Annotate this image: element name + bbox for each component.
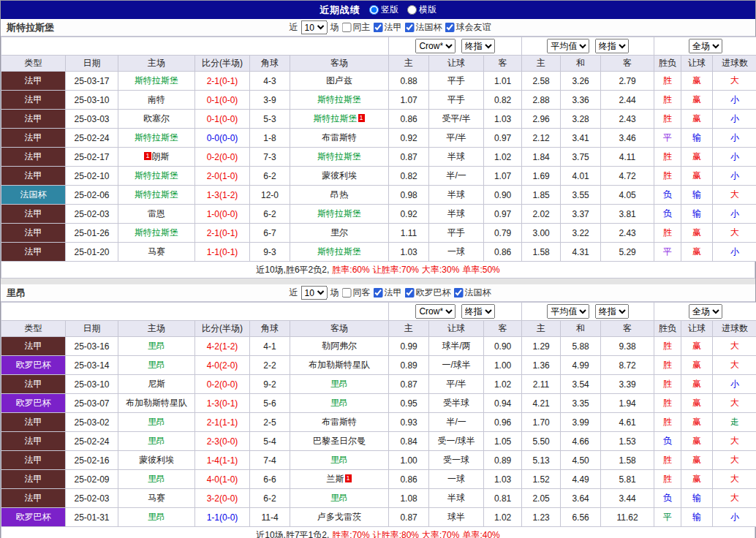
average-odds-select[interactable]: 平均值 [547, 304, 589, 319]
coupe-checkbox[interactable] [454, 288, 464, 298]
recent-count-select[interactable]: 10 [301, 286, 328, 300]
eu-draw-odds: 5.88 [561, 337, 601, 356]
eu-home-odds: 5.50 [522, 432, 561, 451]
friendly-checkbox[interactable] [445, 23, 455, 32]
ah-home-odds: 0.92 [389, 129, 429, 148]
ah-home-odds: 0.95 [389, 394, 429, 413]
ligue1-checkbox[interactable] [374, 288, 383, 298]
filter-ligue1[interactable]: 法甲 [374, 21, 402, 34]
filter-friendly[interactable]: 球会友谊 [445, 21, 491, 34]
match-row: 法甲25-01-26斯特拉斯堡2-1(0-1)6-7里尔1.11平手0.793.… [1, 224, 756, 243]
ah-odds-group: Crow* 终指 [389, 37, 522, 56]
match-date: 25-03-02 [66, 413, 118, 432]
vertical-layout-radio[interactable] [369, 5, 379, 15]
filter-same-home[interactable]: 同主 [342, 21, 371, 34]
dropdown-row: Crow* 终指 平均值 终指 全场 [1, 303, 756, 321]
ah-home-odds: 0.86 [389, 110, 429, 129]
match-row: 欧罗巴杯25-01-31里昂1-1(0-0)11-4卢多戈雷茨0.87球半1.0… [1, 508, 756, 527]
filter-coupe-de-france[interactable]: 法国杯 [405, 21, 442, 34]
col-away: 客场 [290, 56, 389, 72]
result-goals: 大 [713, 394, 756, 413]
europa-checkbox[interactable] [405, 288, 415, 298]
recent-count-select[interactable]: 10 [301, 20, 328, 34]
match-score: 4-0(1-0) [195, 470, 250, 489]
same-home-checkbox[interactable] [342, 23, 352, 32]
corner-count: 1-8 [250, 129, 290, 148]
layout-option-vertical[interactable]: 竖版 [369, 4, 398, 16]
col-eu-draw: 和 [561, 56, 601, 72]
ah-home-odds: 0.87 [389, 375, 429, 394]
ah-odds-group: Crow* 终指 [389, 303, 522, 321]
odds-stage-select[interactable]: 终指 [461, 304, 495, 319]
match-date: 25-02-03 [66, 205, 118, 224]
result-outcome: 胜 [654, 356, 681, 375]
average-stage-select[interactable]: 终指 [595, 304, 629, 319]
eu-draw-odds: 3.55 [561, 186, 601, 205]
fulltime-select[interactable]: 全场 [689, 39, 722, 53]
ah-handicap-line: 一球 [429, 243, 484, 262]
ah-away-odds: 0.97 [484, 129, 522, 148]
eu-away-odds: 11.62 [601, 508, 654, 527]
team-name-text: 里昂 [330, 379, 348, 389]
result-goals: 大 [713, 186, 756, 205]
team-name-text: 斯特拉斯堡 [135, 132, 178, 143]
ah-away-odds: 0.90 [484, 186, 522, 205]
eu-home-odds: 1.85 [522, 186, 561, 205]
col-eu-home: 主 [522, 56, 561, 72]
coupe-checkbox[interactable] [405, 23, 415, 32]
ah-handicap-line: 半球 [429, 148, 484, 167]
odds-provider-select[interactable]: Crow* [415, 304, 456, 319]
col-goals-result: 进球数 [713, 321, 756, 337]
ah-away-odds: 0.82 [484, 91, 522, 110]
result-outcome: 负 [654, 432, 681, 451]
ligue1-checkbox[interactable] [374, 23, 383, 32]
match-row: 法甲25-02-24里昂2-3(0-0)5-4巴黎圣日尔曼0.84受一/球半1.… [1, 432, 756, 451]
ah-handicap-line: 球半 [429, 508, 484, 527]
average-odds-select[interactable]: 平均值 [547, 39, 589, 53]
eu-home-odds: 2.88 [522, 91, 561, 110]
competition-type: 法甲 [1, 243, 66, 262]
match-score: 1-3(1-2) [195, 186, 250, 205]
result-goals: 大 [713, 337, 756, 356]
checkbox-label: 法甲 [385, 287, 402, 299]
team-name-text: 布雷斯特 [322, 417, 357, 427]
team-section-lyon: 里昂 近 10 场 同客 法甲 欧罗巴杯 法国杯 Crow [1, 284, 755, 538]
filter-europa[interactable]: 欧罗巴杯 [405, 287, 451, 299]
match-row: 法甲25-02-16蒙彼利埃1-4(1-1)7-4里昂1.00受一球0.895.… [1, 451, 756, 470]
eu-away-odds: 4.05 [601, 186, 654, 205]
result-handicap: 赢 [681, 91, 713, 110]
away-team: 兰斯1 [290, 470, 389, 489]
away-team: 图卢兹 [290, 72, 389, 91]
eu-draw-odds: 3.54 [561, 375, 601, 394]
eu-home-odds: 2.96 [522, 110, 561, 129]
fulltime-select[interactable]: 全场 [689, 304, 722, 319]
summary-text: 大率:30% [422, 265, 459, 275]
odds-stage-select[interactable]: 终指 [461, 39, 495, 53]
same-away-checkbox[interactable] [342, 288, 352, 298]
horizontal-layout-radio[interactable] [407, 5, 417, 15]
filter-same-away[interactable]: 同客 [342, 287, 371, 299]
match-date: 25-02-10 [66, 167, 118, 186]
eu-draw-odds: 3.36 [561, 91, 601, 110]
odds-provider-select[interactable]: Crow* [415, 39, 456, 53]
corner-count: 6-2 [250, 167, 290, 186]
result-handicap: 输 [681, 508, 713, 527]
match-row: 法甲25-02-10斯特拉斯堡2-0(1-0)6-2蒙彼利埃0.82半/一1.0… [1, 167, 756, 186]
result-goals: 大 [713, 432, 756, 451]
corner-count: 6-2 [250, 205, 290, 224]
average-stage-select[interactable]: 终指 [595, 39, 629, 53]
result-group: 全场 [654, 37, 756, 56]
ah-home-odds: 0.89 [389, 356, 429, 375]
filter-ligue1[interactable]: 法甲 [374, 287, 402, 299]
competition-type: 法甲 [1, 451, 66, 470]
match-row: 法甲25-02-03雷恩1-0(0-0)6-2斯特拉斯堡0.92半球0.972.… [1, 205, 756, 224]
filter-coupe-de-france[interactable]: 法国杯 [454, 287, 491, 299]
ah-away-odds: 0.79 [484, 224, 522, 243]
col-ah-away: 客 [484, 321, 522, 337]
eu-home-odds: 3.00 [522, 224, 561, 243]
result-outcome: 胜 [654, 337, 681, 356]
match-score: 1-1(0-1) [195, 243, 250, 262]
ah-away-odds: 1.03 [484, 470, 522, 489]
match-score: 1-1(0-0) [195, 508, 250, 527]
layout-option-horizontal[interactable]: 横版 [407, 4, 436, 16]
